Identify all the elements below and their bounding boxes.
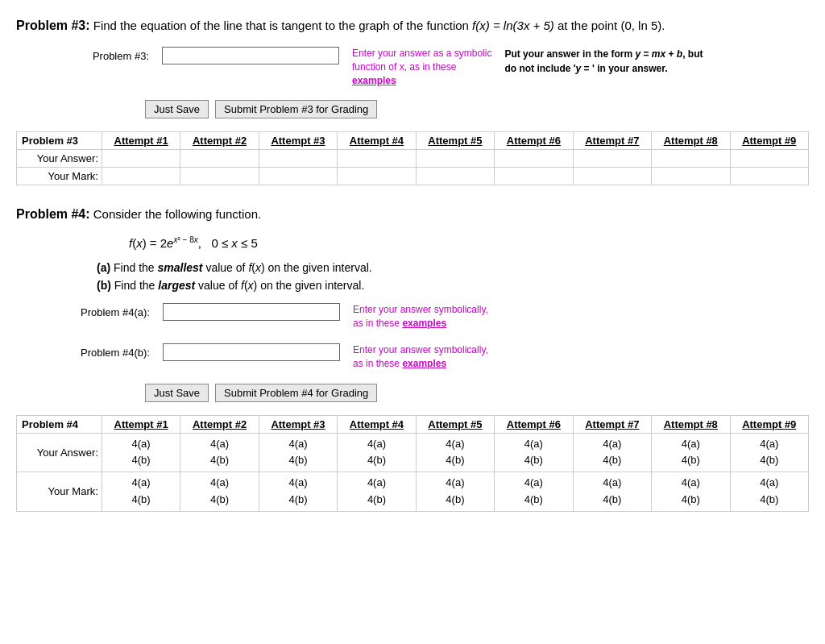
problem3-hint: Enter your answer as a symbolic function… [352, 47, 491, 87]
problem3-answer-5 [416, 150, 494, 168]
problem4-save-button[interactable]: Just Save [145, 384, 209, 402]
problem3-attempt5-link[interactable]: Attempt #5 [428, 135, 482, 147]
problem3-input-row: Problem #3: Enter your answer as a symbo… [81, 47, 809, 87]
problem3-attempt9-link[interactable]: Attempt #9 [742, 135, 796, 147]
problem3-attempt8-link[interactable]: Attempt #8 [664, 135, 718, 147]
problem3-input-label: Problem #3: [81, 47, 149, 62]
problem4-mark-row: Your Mark: 4(a)4(b) 4(a)4(b) 4(a)4(b) 4(… [17, 472, 809, 512]
problem4-table-col9: Attempt #9 [730, 415, 809, 433]
problem4-table-col1: Attempt #1 [102, 415, 180, 433]
problem3-attempt7-link[interactable]: Attempt #7 [585, 135, 639, 147]
page: Problem #3: Find the equation of the lin… [0, 0, 825, 644]
problem4-mark-2: 4(a)4(b) [180, 472, 259, 512]
problem4-formula: f(x) = 2ex² − 8x, 0 ≤ x ≤ 5 [129, 235, 809, 250]
problem4-attempt5-link[interactable]: Attempt #5 [428, 418, 482, 430]
problem4-answer-7: 4(a)4(b) [573, 433, 651, 472]
problem3-answer-9 [730, 150, 809, 168]
problem3-attempt1-link[interactable]: Attempt #1 [114, 135, 168, 147]
problem4b-hint-line2: as in these [353, 358, 400, 369]
problem4b-answer-input[interactable] [163, 343, 340, 361]
problem4-your-mark-label: Your Mark: [17, 472, 102, 512]
problem4-submit-button[interactable]: Submit Problem #4 for Grading [215, 384, 377, 402]
problem3-attempt2-link[interactable]: Attempt #2 [193, 135, 247, 147]
problem4b-hint: Enter your answer symbolically, as in th… [353, 343, 488, 371]
problem4-answer-9: 4(a)4(b) [730, 433, 809, 472]
problem4-attempt7-link[interactable]: Attempt #7 [585, 418, 639, 430]
problem3-answer-input[interactable] [162, 47, 339, 64]
problem3-table-col9: Attempt #9 [730, 132, 809, 150]
problem3-table-col4: Attempt #4 [338, 132, 416, 150]
problem4a-hint: Enter your answer symbolically, as in th… [353, 303, 488, 330]
problem3-label: Problem #3: [16, 19, 90, 32]
problem3-attempt6-link[interactable]: Attempt #6 [507, 135, 561, 147]
problem3-save-button[interactable]: Just Save [145, 100, 209, 118]
problem4-mark-6: 4(a)4(b) [495, 472, 573, 512]
problem3-mark-3 [259, 168, 337, 185]
problem4-header-text: Consider the following function. [93, 207, 261, 221]
problem3-attempt4-link[interactable]: Attempt #4 [350, 135, 404, 147]
problem3-mark-1 [102, 168, 180, 185]
problem3-answer-1 [102, 150, 180, 168]
problem3-header: Problem #3: Find the equation of the lin… [16, 16, 809, 35]
problem3-hint-line2: function of x, as in these [352, 61, 456, 73]
problem4-parts: (a) Find the smallest value of f(x) on t… [97, 261, 809, 292]
problem4-mark-3: 4(a)4(b) [259, 472, 337, 512]
problem4-table-col7: Attempt #7 [573, 415, 651, 433]
problem4-label: Problem #4: [16, 207, 90, 221]
problem4-answer-3: 4(a)4(b) [259, 433, 337, 472]
problem4a-input-row: Problem #4(a): Enter your answer symboli… [81, 303, 809, 330]
problem4-table-col3: Attempt #3 [259, 415, 337, 433]
problem3-submit-button[interactable]: Submit Problem #3 for Grading [215, 100, 377, 118]
problem3-table-col3: Attempt #3 [259, 132, 337, 150]
problem3-header-text: Find the equation of the line that is ta… [93, 19, 665, 32]
problem3-mark-2 [180, 168, 259, 185]
problem4-attempt9-link[interactable]: Attempt #9 [742, 418, 796, 430]
problem4-attempt2-link[interactable]: Attempt #2 [193, 418, 247, 430]
problem4a-input-label: Problem #4(a): [81, 303, 150, 318]
problem3-answer-2 [180, 150, 259, 168]
problem4-header: Problem #4: Consider the following funct… [16, 205, 809, 224]
problem4-answer-1: 4(a)4(b) [102, 433, 180, 472]
problem3-answer-row: Your Answer: [17, 150, 809, 168]
problem4-answer-5: 4(a)4(b) [416, 433, 494, 472]
problem4-table-col8: Attempt #8 [652, 415, 730, 433]
problem3-table-col0: Problem #3 [17, 132, 102, 150]
problem4-part-b: (b) Find the largest value of f(x) on th… [97, 279, 809, 292]
problem4-mark-4: 4(a)4(b) [338, 472, 416, 512]
problem3-table-col7: Attempt #7 [573, 132, 651, 150]
problem3-mark-4 [338, 168, 416, 185]
problem4-button-row: Just Save Submit Problem #4 for Grading [145, 384, 809, 402]
problem3-mark-row: Your Mark: [17, 168, 809, 185]
problem3-attempts-table: Problem #3 Attempt #1 Attempt #2 Attempt… [16, 131, 809, 185]
problem4-attempt6-link[interactable]: Attempt #6 [507, 418, 561, 430]
problem4a-examples-link[interactable]: examples [402, 318, 446, 329]
problem4-mark-9: 4(a)4(b) [730, 472, 809, 512]
problem3-hint-line1: Enter your answer as a symbolic [352, 48, 491, 59]
problem3-answer-8 [652, 150, 730, 168]
problem4b-input-label: Problem #4(b): [81, 343, 150, 359]
problem4-attempt3-link[interactable]: Attempt #3 [271, 418, 325, 430]
problem4-answer-8: 4(a)4(b) [652, 433, 730, 472]
problem3-examples-link[interactable]: examples [352, 75, 396, 86]
problem4-attempt1-link[interactable]: Attempt #1 [114, 418, 168, 430]
problem3-mark-9 [730, 168, 809, 185]
problem4-part-a: (a) Find the smallest value of f(x) on t… [97, 261, 809, 274]
problem4a-answer-input[interactable] [163, 303, 340, 321]
problem3-your-answer-label: Your Answer: [17, 150, 102, 168]
problem3-attempt3-link[interactable]: Attempt #3 [271, 135, 325, 147]
problem4-mark-5: 4(a)4(b) [416, 472, 494, 512]
problem4b-examples-link[interactable]: examples [402, 358, 446, 369]
problem3-table-col2: Attempt #2 [180, 132, 259, 150]
problem4b-hint-line1: Enter your answer symbolically, [353, 344, 488, 355]
problem4-mark-7: 4(a)4(b) [573, 472, 651, 512]
problem3-button-row: Just Save Submit Problem #3 for Grading [145, 100, 809, 118]
problem4-answer-2: 4(a)4(b) [180, 433, 259, 472]
problem3-mark-5 [416, 168, 494, 185]
problem4-attempt8-link[interactable]: Attempt #8 [664, 418, 718, 430]
problem4-attempt4-link[interactable]: Attempt #4 [350, 418, 404, 430]
problem3-note: Put your answer in the form y = mx + b, … [504, 47, 706, 76]
problem4-answer-4: 4(a)4(b) [338, 433, 416, 472]
problem4a-hint-line2: as in these [353, 318, 400, 329]
problem3-answer-7 [573, 150, 651, 168]
problem3-answer-4 [338, 150, 416, 168]
